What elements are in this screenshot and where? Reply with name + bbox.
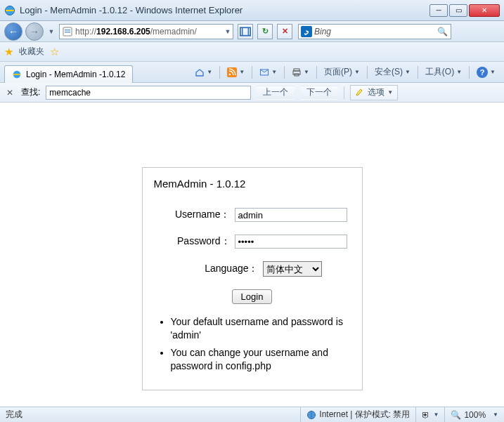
help-button[interactable]: ?▼ [472,65,500,80]
tab-favicon-icon [12,70,22,79]
search-go-icon[interactable]: 🔍 [434,27,451,37]
ie-logo-icon [4,5,15,16]
tab-toolbar: Login - MemAdmin -1.0.12 ▼ ▼ ▼ ▼ 页面(P) ▼… [0,62,504,83]
bing-icon [301,26,312,37]
mail-button[interactable]: ▼ [255,65,281,80]
login-notes: Your default username and password is 'a… [154,315,351,373]
status-done: 完成 [0,409,28,421]
favorites-label[interactable]: 收藏夹 [19,46,44,58]
username-input[interactable] [235,208,347,222]
stop-button[interactable]: ✕ [277,24,292,39]
minimize-button[interactable]: ─ [429,4,448,17]
svg-rect-4 [65,32,70,33]
nav-history-dropdown[interactable]: ▼ [46,22,56,41]
window-titlebar: Login - MemAdmin -1.0.12 - Windows Inter… [0,0,504,21]
status-bar: 完成 Internet | 保护模式: 禁用 ⛨▼ 🔍100% ▼ [0,407,504,422]
find-label: 查找: [21,86,40,98]
login-panel: MemAdmin - 1.0.12 Username： Password： La… [142,167,363,390]
svg-point-9 [229,73,231,75]
shield-icon: ⛨ [422,410,430,420]
language-select[interactable]: 简体中文 [263,261,322,277]
navigation-toolbar: ← → ▼ http:// 192.168.6.205 /memadmin/ ▼… [0,21,504,42]
status-zone[interactable]: Internet | 保护模式: 禁用 [300,407,415,422]
close-button[interactable]: ✕ [469,4,500,17]
address-bar[interactable]: http:// 192.168.6.205 /memadmin/ ▼ [59,24,233,39]
search-box[interactable]: 🔍 [298,24,451,39]
find-close-button[interactable]: ✕ [4,87,15,98]
find-prev-button[interactable]: 上一个 [257,86,295,100]
password-input[interactable] [235,235,347,249]
find-next-button[interactable]: 下一个 [300,86,338,100]
feeds-button[interactable]: ▼ [223,65,249,80]
login-button[interactable]: Login [232,289,273,304]
find-input[interactable] [46,86,250,99]
url-prefix: http:// [75,27,96,37]
page-menu[interactable]: 页面(P) ▼ [320,65,364,80]
favorites-star-icon[interactable]: ★ [4,46,13,58]
globe-icon [306,410,316,420]
page-favicon-icon [62,26,73,37]
language-label: Language： [154,263,263,275]
url-host: 192.168.6.205 [96,27,150,37]
search-input[interactable] [314,25,434,39]
maximize-button[interactable]: ▭ [449,4,467,17]
svg-rect-3 [65,29,70,31]
window-controls: ─ ▭ ✕ [429,4,500,17]
tab-current[interactable]: Login - MemAdmin -1.0.12 [4,65,133,83]
safety-menu[interactable]: 安全(S) ▼ [370,65,415,80]
status-zoom[interactable]: 🔍100% ▼ [444,407,504,422]
highlighter-icon [355,88,365,98]
command-bar: ▼ ▼ ▼ ▼ 页面(P) ▼ 安全(S) ▼ 工具(O) ▼ ?▼ [190,62,504,82]
url-path: /memadmin/ [150,27,197,37]
favorites-bar: ★ 收藏夹 ☆ [0,42,504,62]
forward-button[interactable]: → [25,22,44,41]
compat-view-button[interactable] [238,24,253,39]
find-input-wrapper [46,86,251,100]
find-bar: ✕ 查找: 上一个 下一个 选项 ▼ [0,83,504,103]
username-label: Username： [154,209,235,221]
find-options-button[interactable]: 选项 ▼ [350,85,398,100]
refresh-button[interactable]: ↻ [257,24,273,39]
login-note: You can change your username and passwor… [171,346,351,373]
password-label: Password： [154,235,235,248]
add-favorite-icon[interactable]: ☆ [50,46,59,58]
status-protected-mode-dropdown[interactable]: ⛨▼ [415,407,444,422]
page-content: MemAdmin - 1.0.12 Username： Password： La… [0,103,504,407]
window-title: Login - MemAdmin -1.0.12 - Windows Inter… [20,5,429,15]
tab-title: Login - MemAdmin -1.0.12 [26,70,125,79]
print-button[interactable]: ▼ [287,65,314,80]
login-note: Your default username and password is 'a… [171,315,351,342]
home-button[interactable]: ▼ [190,65,217,80]
tools-menu[interactable]: 工具(O) ▼ [421,65,466,80]
url-dropdown-icon[interactable]: ▼ [223,22,233,41]
back-button[interactable]: ← [4,22,22,41]
login-heading: MemAdmin - 1.0.12 [154,178,351,190]
